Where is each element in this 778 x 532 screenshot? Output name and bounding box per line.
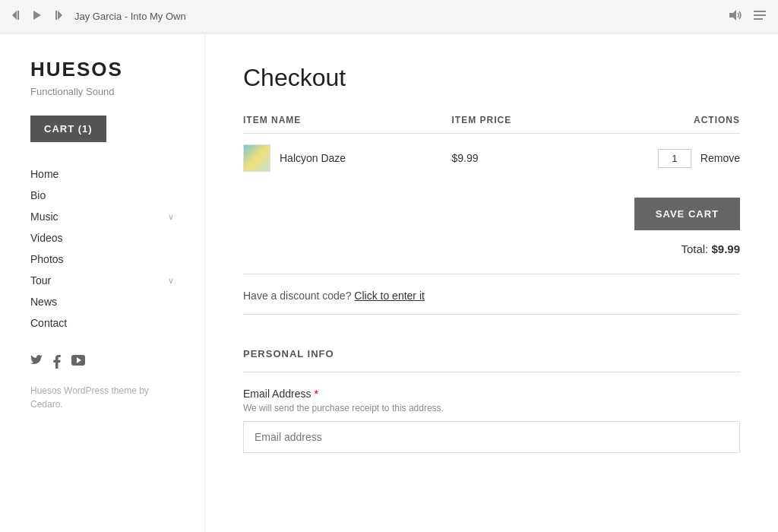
col-item-name: ITEM NAME	[243, 115, 452, 134]
discount-link[interactable]: Click to enter it	[354, 290, 425, 302]
player-controls	[12, 10, 62, 23]
footer-text: Huesos WordPress theme by Cedaro.	[30, 384, 174, 411]
player-bar: Jay Garcia - Into My Own	[0, 0, 778, 33]
cart-row: Halcyon Daze $9.99 Remove	[243, 134, 740, 183]
remove-link[interactable]: Remove	[701, 152, 740, 164]
svg-rect-7	[754, 14, 766, 16]
discount-text: Have a discount code?	[243, 290, 351, 302]
email-label: Email Address *	[243, 388, 740, 400]
personal-info-label: PERSONAL INFO	[243, 330, 740, 359]
divider-1	[243, 274, 740, 274]
play-icon[interactable]	[32, 10, 43, 23]
save-cart-row: SAVE CART	[243, 198, 740, 230]
nav-item-photos[interactable]: Photos	[30, 249, 174, 270]
required-mark: *	[314, 388, 318, 400]
volume-icon[interactable]	[729, 10, 743, 23]
chevron-down-icon: ∨	[168, 276, 174, 286]
prev-icon[interactable]	[12, 10, 23, 23]
nav-item-videos[interactable]: Videos	[30, 227, 174, 249]
nav-item-bio[interactable]: Bio	[30, 185, 174, 206]
discount-section: Have a discount code? Click to enter it	[243, 290, 740, 302]
col-price: ITEM PRICE	[452, 115, 574, 134]
svg-marker-5	[729, 10, 736, 21]
total-label: Total:	[681, 242, 708, 255]
item-price: $9.99	[452, 134, 574, 183]
chevron-down-icon: ∨	[168, 212, 174, 222]
site-title: HUESOS	[30, 58, 174, 81]
site-tagline: Functionally Sound	[30, 86, 174, 97]
divider-2	[243, 314, 740, 315]
nav-item-music[interactable]: Music∨	[30, 206, 174, 227]
nav-item-tour[interactable]: Tour∨	[30, 270, 174, 291]
next-icon[interactable]	[52, 10, 62, 23]
facebook-icon[interactable]	[53, 355, 61, 372]
layout: HUESOS Functionally Sound CART (1) HomeB…	[0, 33, 778, 532]
social-icons	[30, 355, 174, 372]
player-right	[729, 10, 766, 23]
svg-marker-0	[12, 11, 17, 20]
col-actions: ACTIONS	[573, 115, 740, 134]
nav-item-contact[interactable]: Contact	[30, 312, 174, 334]
email-field-group: Email Address * We will send the purchas…	[243, 388, 740, 453]
nav-item-home[interactable]: Home	[30, 163, 174, 185]
queue-icon[interactable]	[754, 10, 766, 23]
nav-item-news[interactable]: News	[30, 291, 174, 312]
album-thumbnail	[243, 144, 270, 172]
total-value: $9.99	[711, 242, 740, 255]
save-cart-button[interactable]: SAVE CART	[634, 198, 740, 230]
twitter-icon[interactable]	[30, 355, 43, 372]
sidebar: HUESOS Functionally Sound CART (1) HomeB…	[0, 33, 205, 532]
page-title: Checkout	[243, 64, 740, 92]
email-input[interactable]	[243, 421, 740, 453]
svg-marker-4	[58, 11, 62, 20]
svg-rect-1	[17, 11, 19, 20]
svg-rect-8	[754, 18, 763, 20]
cart-button[interactable]: CART (1)	[30, 116, 106, 142]
actions-cell: Remove	[573, 134, 740, 183]
nav-menu: HomeBioMusic∨VideosPhotosTour∨NewsContac…	[30, 163, 174, 334]
total-row: Total: $9.99	[243, 242, 740, 255]
youtube-icon[interactable]	[71, 355, 85, 372]
svg-marker-2	[33, 11, 41, 20]
svg-rect-3	[55, 11, 57, 20]
item-name-cell: Halcyon Daze	[243, 134, 452, 183]
svg-rect-6	[754, 11, 766, 12]
track-title: Jay Garcia - Into My Own	[74, 11, 717, 22]
cart-table: ITEM NAME ITEM PRICE ACTIONS Halcyon Daz…	[243, 115, 740, 182]
quantity-input[interactable]	[658, 149, 691, 168]
item-name: Halcyon Daze	[280, 152, 346, 164]
email-hint: We will send the purchase receipt to thi…	[243, 403, 740, 413]
divider-3	[243, 372, 740, 372]
main-content: Checkout ITEM NAME ITEM PRICE ACTIONS Ha…	[205, 33, 778, 532]
